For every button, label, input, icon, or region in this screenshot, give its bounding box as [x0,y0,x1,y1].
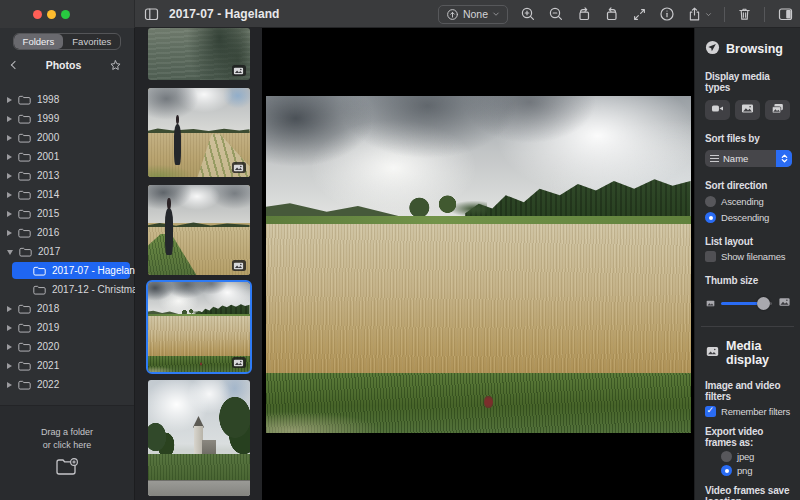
zoom-out-button[interactable] [548,6,564,22]
photo-icon [740,102,755,118]
popup-chevrons-icon [776,150,792,167]
show-filenames-option[interactable]: Show filenames [705,251,792,262]
photo-wheat-field [266,224,691,374]
export-jpeg-option[interactable]: jpeg [721,451,792,462]
disclosure-triangle-icon[interactable] [7,306,12,312]
zoom-window-button[interactable] [61,10,70,19]
show-stacked-media-button[interactable] [765,100,790,120]
panel-left-icon [143,6,160,22]
folder-row-2017-12-christmass[interactable]: 2017-12 - Christmass [0,280,134,299]
folder-row-1999[interactable]: 1999 [0,109,134,128]
descending-label: Descending [721,212,769,223]
zoom-in-icon [520,6,536,22]
tab-folders[interactable]: Folders [14,34,64,49]
disclosure-triangle-icon[interactable] [7,97,12,103]
folder-row-2019[interactable]: 2019 [0,318,134,337]
png-label: png [737,465,752,476]
folder-row-2016[interactable]: 2016 [0,223,134,242]
disclosure-triangle-icon[interactable] [7,230,12,236]
video-icon [710,102,725,118]
fullscreen-button[interactable] [632,7,647,22]
toggle-left-sidebar-button[interactable] [143,6,160,22]
thumb-size-slider[interactable] [721,297,772,310]
disclosure-triangle-open-icon[interactable] [7,250,13,255]
rotate-left-button[interactable] [576,6,592,22]
folder-label: 2014 [37,189,59,200]
small-thumb-icon [705,294,716,312]
radio-off-icon[interactable] [705,196,716,207]
thumbnail-strip [135,28,262,500]
thumbnail-person-in-wheat[interactable] [148,185,250,275]
folder-row-2020[interactable]: 2020 [0,337,134,356]
sort-files-popup[interactable]: Name [705,150,792,167]
folder-row-2017[interactable]: 2017 [0,242,134,261]
minimize-window-button[interactable] [47,10,56,19]
tab-favorites[interactable]: Favorites [63,34,120,49]
folder-label: 2021 [37,360,59,371]
folder-icon [18,114,31,124]
app-window: 2017-07 - Hageland None [0,0,800,500]
filter-dropdown-label: None [463,8,488,20]
info-button[interactable] [659,6,675,22]
disclosure-triangle-icon[interactable] [7,363,12,369]
folder-row-2015[interactable]: 2015 [0,204,134,223]
share-button[interactable] [687,6,712,22]
sort-ascending-option[interactable]: Ascending [705,196,792,207]
show-videos-button[interactable] [705,100,730,120]
folder-row-2001[interactable]: 2001 [0,147,134,166]
disclosure-triangle-icon[interactable] [7,173,12,179]
folder-icon [18,152,31,162]
checkbox-off-icon[interactable] [705,251,716,262]
export-png-option[interactable]: png [721,465,792,476]
window-title: 2017-07 - Hageland [169,7,280,21]
folder-tree: 1998 1999 2000 2001 2013 2014 2015 2016 … [0,74,134,394]
disclosure-triangle-icon[interactable] [7,192,12,198]
folder-row-2000[interactable]: 2000 [0,128,134,147]
folder-row-2013[interactable]: 2013 [0,166,134,185]
folder-dropzone[interactable]: Drag a folder or click here [0,405,134,500]
radio-off-icon[interactable] [721,451,732,462]
folder-label: 2001 [37,151,59,162]
remember-filters-option[interactable]: Remember filters [705,406,792,417]
sort-files-value: Name [723,153,748,164]
toggle-right-sidebar-button[interactable] [777,6,794,22]
thumbnail-village-church[interactable] [148,380,250,496]
zoom-in-button[interactable] [520,6,536,22]
radio-on-icon[interactable] [705,212,716,223]
delete-button[interactable] [737,6,752,22]
folders-sidebar: Folders Favorites Photos 1998 1999 2000 … [0,28,135,500]
disclosure-triangle-icon[interactable] [7,154,12,160]
disclosure-triangle-icon[interactable] [7,344,12,350]
thumbnail-pond-reflection[interactable] [148,28,250,80]
media-display-icon [705,345,720,361]
thumbnail-wheat-field-selected[interactable] [148,282,250,372]
expand-diagonal-icon [632,7,647,22]
save-location-label: Video frames save location [705,485,792,500]
thumbnail-field-path-person[interactable] [148,88,250,177]
folder-row-2022[interactable]: 2022 [0,375,134,394]
remember-filters-label: Remember filters [721,406,790,417]
folder-row-2017-07-hageland[interactable]: 2017-07 - Hageland [0,261,134,280]
folder-row-2014[interactable]: 2014 [0,185,134,204]
disclosure-triangle-icon[interactable] [7,382,12,388]
folder-row-2018[interactable]: 2018 [0,299,134,318]
disclosure-triangle-icon[interactable] [7,325,12,331]
display-media-types-label: Display media types [705,71,792,93]
checkbox-on-icon[interactable] [705,406,716,417]
sort-descending-option[interactable]: Descending [705,212,792,223]
close-window-button[interactable] [33,10,42,19]
radio-on-icon[interactable] [721,465,732,476]
photo-grass-foreground [266,373,691,433]
rotate-right-button[interactable] [604,6,620,22]
filter-dropdown[interactable]: None [438,5,508,24]
disclosure-triangle-icon[interactable] [7,116,12,122]
slider-knob[interactable] [757,297,770,310]
folder-row-1998[interactable]: 1998 [0,90,134,109]
folder-row-2021[interactable]: 2021 [0,356,134,375]
disclosure-triangle-icon[interactable] [7,135,12,141]
main-photo-wheat-field[interactable] [266,96,691,433]
show-photos-button[interactable] [735,100,760,120]
list-layout-label: List layout [705,236,792,247]
disclosure-triangle-icon[interactable] [7,211,12,217]
favorite-star-icon[interactable] [109,59,122,72]
